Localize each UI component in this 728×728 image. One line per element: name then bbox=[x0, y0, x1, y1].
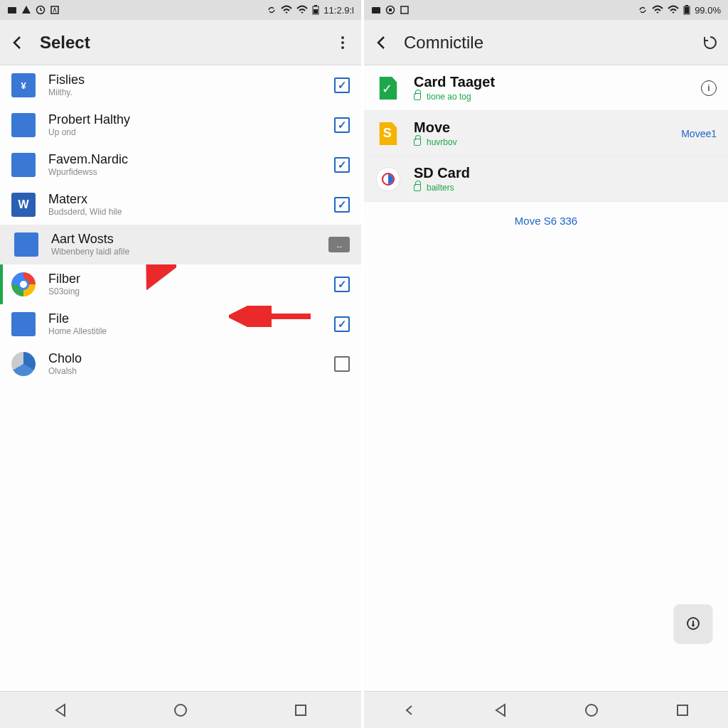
file-list: ¥FisliesMiithy.Probert HalthyUp ondFavem… bbox=[0, 65, 361, 691]
checkbox[interactable] bbox=[334, 277, 350, 292]
svg-rect-11 bbox=[372, 7, 380, 14]
nav-back-button[interactable] bbox=[486, 696, 515, 724]
info-icon[interactable]: i bbox=[701, 80, 717, 96]
svg-point-8 bbox=[341, 46, 344, 49]
nav-back-button[interactable] bbox=[46, 696, 75, 724]
checkbox[interactable] bbox=[334, 117, 350, 133]
card-icon bbox=[375, 75, 401, 101]
destination-item[interactable]: Card Taagettione ao togi bbox=[364, 65, 728, 111]
appbar-left: Select bbox=[0, 20, 361, 65]
destination-link[interactable]: Movee1 bbox=[681, 128, 717, 139]
tag-icon: ⎵ bbox=[328, 237, 350, 252]
navbar-right bbox=[364, 691, 728, 728]
destination-title: Move bbox=[414, 119, 668, 136]
nav-recent-button[interactable] bbox=[668, 696, 697, 724]
svg-rect-17 bbox=[685, 5, 688, 6]
svg-rect-14 bbox=[401, 6, 408, 14]
item-subtitle: S03oing bbox=[48, 287, 321, 297]
item-title: Filber bbox=[48, 272, 321, 287]
list-item[interactable]: WMaterxBudsderd, Wiid hile bbox=[0, 185, 361, 225]
item-title: Cholo bbox=[48, 351, 321, 366]
item-subtitle: Home Allestitile bbox=[48, 327, 321, 337]
checkbox[interactable] bbox=[334, 356, 350, 372]
appbar-right: Comnictile bbox=[364, 20, 728, 65]
checkbox[interactable] bbox=[334, 197, 350, 213]
word-icon: W bbox=[11, 193, 36, 217]
svg-rect-10 bbox=[296, 705, 306, 715]
wifi-icon bbox=[296, 5, 308, 15]
document-icon bbox=[11, 113, 36, 137]
status-icon bbox=[385, 5, 395, 15]
wifi-icon bbox=[281, 5, 292, 15]
battery-icon bbox=[312, 5, 319, 15]
destination-subtitle: bailters bbox=[414, 183, 717, 193]
svg-rect-4 bbox=[314, 9, 318, 14]
nav-home-button[interactable] bbox=[166, 696, 195, 724]
svg-rect-5 bbox=[314, 5, 317, 6]
fab-button[interactable] bbox=[674, 604, 712, 643]
checkbox[interactable] bbox=[334, 157, 350, 173]
list-item[interactable]: CholoOlvalsh bbox=[0, 344, 361, 384]
item-title: Aart Wosts bbox=[51, 232, 316, 247]
checkbox[interactable] bbox=[334, 316, 350, 332]
list-item[interactable]: Favem.NardicWpurfidewss bbox=[0, 145, 361, 185]
page-title: Comnictile bbox=[404, 33, 483, 53]
item-subtitle: Wpurfidewss bbox=[48, 168, 321, 178]
lock-icon bbox=[414, 184, 421, 191]
back-button[interactable] bbox=[10, 34, 27, 51]
statusbar-time: 11:2.9:l bbox=[323, 5, 354, 16]
lock-icon bbox=[414, 93, 421, 100]
destination-subtitle: huvrbov bbox=[414, 137, 668, 147]
item-title: File bbox=[48, 311, 321, 326]
destination-item[interactable]: MovehuvrbovMovee1 bbox=[364, 111, 728, 156]
svg-point-6 bbox=[341, 36, 344, 39]
item-title: Probert Halthy bbox=[48, 112, 321, 127]
status-icon bbox=[7, 5, 17, 15]
destination-list: Card Taagettione ao togiMovehuvrbovMovee… bbox=[364, 65, 728, 691]
nav-recent-button[interactable] bbox=[287, 696, 315, 724]
statusbar-right: 99.0% bbox=[364, 0, 728, 20]
document-icon: ¥ bbox=[11, 73, 36, 97]
list-item[interactable]: Aart WostsWibenbeny laidl afile⎵ bbox=[0, 225, 361, 264]
sync-icon bbox=[638, 5, 648, 15]
destination-subtitle: tione ao tog bbox=[414, 92, 688, 102]
checkbox[interactable] bbox=[334, 77, 350, 93]
svg-point-7 bbox=[341, 41, 344, 44]
destination-item[interactable]: SD Cardbailters bbox=[364, 156, 728, 202]
document-icon bbox=[14, 232, 38, 257]
chart-icon bbox=[11, 352, 36, 376]
clock-icon bbox=[36, 5, 46, 15]
document-icon bbox=[11, 153, 36, 177]
phone-left: 11:2.9:l Select ¥FisliesMiithy.Probert H… bbox=[0, 0, 364, 728]
item-subtitle: Olvalsh bbox=[48, 367, 321, 377]
back-button[interactable] bbox=[374, 34, 391, 51]
svg-point-20 bbox=[586, 705, 597, 716]
overflow-menu-button[interactable] bbox=[334, 34, 351, 51]
list-item[interactable]: Probert HalthyUp ond bbox=[0, 105, 361, 145]
svg-rect-0 bbox=[8, 7, 16, 14]
nav-back-small-button[interactable] bbox=[395, 696, 424, 724]
navbar-left bbox=[0, 691, 361, 728]
chrome-icon bbox=[11, 272, 36, 296]
battery-icon bbox=[683, 5, 690, 15]
svg-rect-13 bbox=[389, 9, 392, 11]
destination-title: SD Card bbox=[414, 165, 717, 181]
wifi-icon bbox=[652, 5, 663, 15]
sd-card-icon bbox=[375, 166, 401, 192]
status-icon bbox=[400, 5, 410, 15]
sync-icon bbox=[267, 5, 277, 15]
list-item[interactable]: FileHome Allestitile bbox=[0, 304, 361, 344]
move-footer[interactable]: Move S6 336 bbox=[364, 202, 728, 240]
refresh-button[interactable] bbox=[702, 35, 718, 50]
list-item[interactable]: FilberS03oing bbox=[0, 264, 361, 304]
item-title: Materx bbox=[48, 192, 321, 207]
phone-right: 99.0% Comnictile Card Taagettione ao tog… bbox=[364, 0, 728, 728]
wifi-icon bbox=[668, 5, 679, 15]
destination-title: Card Taaget bbox=[414, 74, 688, 90]
nav-home-button[interactable] bbox=[577, 696, 606, 724]
item-subtitle: Budsderd, Wiid hile bbox=[48, 208, 321, 218]
item-title: Favem.Nardic bbox=[48, 152, 321, 167]
svg-point-9 bbox=[175, 705, 186, 716]
list-item[interactable]: ¥FisliesMiithy. bbox=[0, 65, 361, 105]
status-icon bbox=[21, 5, 31, 15]
